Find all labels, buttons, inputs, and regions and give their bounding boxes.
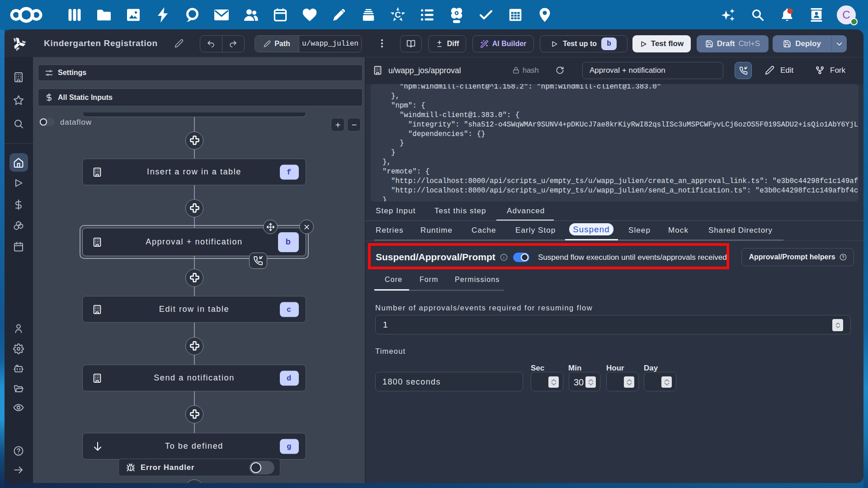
svg-text:C: C: [395, 10, 401, 19]
